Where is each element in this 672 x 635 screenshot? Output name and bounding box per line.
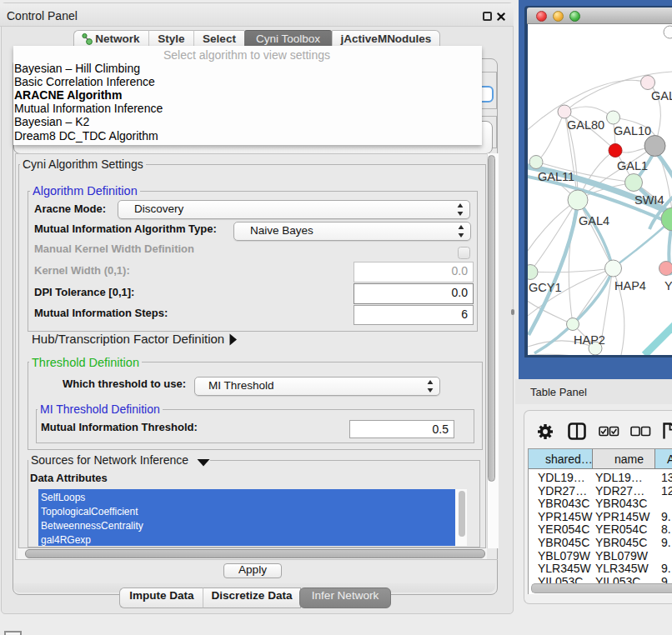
svg-text:GCY1: GCY1	[529, 281, 562, 294]
svg-text:GAL4: GAL4	[579, 214, 609, 228]
svg-text:HAP2: HAP2	[574, 333, 605, 347]
svg-text:GAL10: GAL10	[614, 124, 651, 138]
svg-text:GAL1: GAL1	[617, 159, 648, 172]
svg-text:GAL80: GAL80	[567, 118, 604, 132]
svg-text:YM: YM	[664, 279, 672, 292]
svg-text:GAL11: GAL11	[538, 170, 574, 183]
svg-text:SWI4: SWI4	[634, 193, 664, 207]
svg-text:HAP4: HAP4	[614, 279, 646, 292]
svg-text:GAL7: GAL7	[651, 89, 672, 102]
